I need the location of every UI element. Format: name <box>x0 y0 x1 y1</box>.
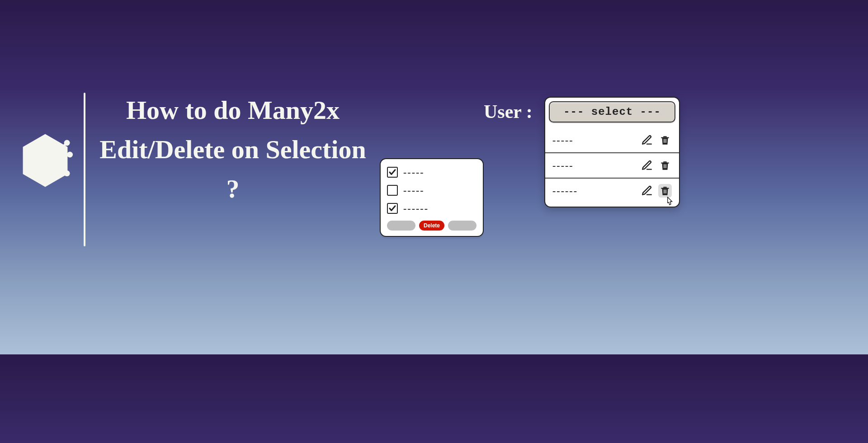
option-text: ----- <box>552 160 574 171</box>
svg-point-0 <box>64 140 70 146</box>
checkbox-unchecked[interactable] <box>387 185 398 196</box>
panel-actions: Delete <box>387 221 476 231</box>
user-label: User : <box>484 101 533 123</box>
row-text: ------ <box>403 203 429 214</box>
checkbox-checked[interactable] <box>387 203 398 214</box>
row-text: ----- <box>403 166 425 178</box>
svg-rect-3 <box>661 137 669 138</box>
svg-rect-8 <box>665 164 666 168</box>
panel-grey-button[interactable] <box>387 221 415 231</box>
trash-icon-button[interactable] <box>658 159 672 172</box>
dropdown-option[interactable]: ----- <box>545 128 679 152</box>
checkbox-row[interactable]: ----- <box>387 184 476 196</box>
svg-rect-4 <box>664 139 665 143</box>
svg-rect-5 <box>665 139 666 143</box>
checkbox-row[interactable]: ------ <box>387 203 476 214</box>
checkbox-row[interactable]: ----- <box>387 166 476 178</box>
trash-icon-button[interactable] <box>658 133 672 147</box>
dropdown-option[interactable]: ----- <box>545 152 679 178</box>
svg-rect-6 <box>661 163 669 164</box>
panel-grey-button[interactable] <box>448 221 476 231</box>
dropdown-option[interactable]: ------ <box>545 178 679 203</box>
checkbox-list-panel: ----- ----- ------ Delete <box>380 158 484 237</box>
row-text: ----- <box>403 184 425 196</box>
svg-rect-9 <box>661 188 669 189</box>
vertical-divider <box>84 93 85 246</box>
edit-icon-button[interactable] <box>640 133 654 147</box>
option-text: ----- <box>552 134 574 146</box>
edit-icon-button[interactable] <box>640 184 654 198</box>
delete-button[interactable]: Delete <box>419 221 444 231</box>
trash-icon-button[interactable] <box>658 184 672 198</box>
svg-rect-10 <box>664 189 665 193</box>
brand-logo <box>16 131 75 190</box>
select-header[interactable]: --- select --- <box>549 101 675 123</box>
svg-rect-7 <box>664 164 665 168</box>
page-title: How to do Many2x Edit/Delete on Selectio… <box>97 90 368 208</box>
svg-point-1 <box>67 152 73 158</box>
circuit-hex-icon <box>16 131 75 190</box>
checkbox-checked[interactable] <box>387 167 398 178</box>
edit-icon-button[interactable] <box>640 159 654 172</box>
option-text: ------ <box>552 185 578 197</box>
svg-rect-11 <box>665 189 666 193</box>
svg-point-2 <box>64 170 70 176</box>
pointer-cursor-icon <box>664 196 675 207</box>
user-dropdown-panel: --- select --- ----- ----- <box>544 97 680 207</box>
